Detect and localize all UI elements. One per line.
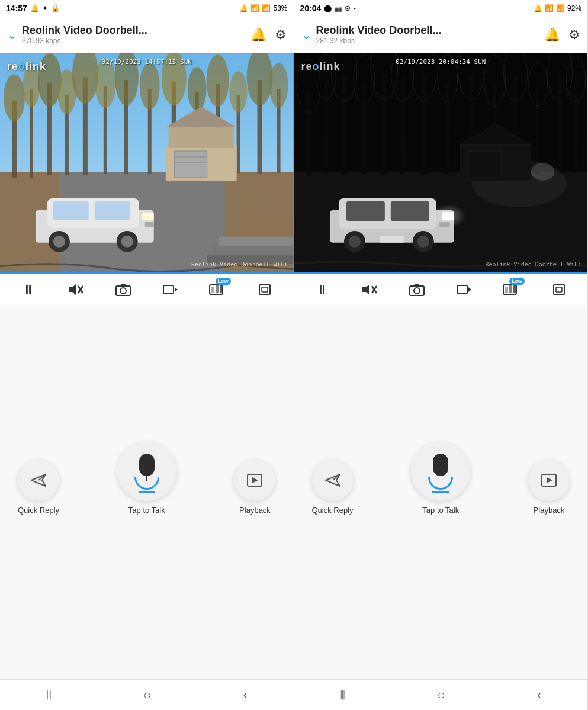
svg-rect-113 (439, 222, 449, 227)
tap-to-talk-label-right: Tap to Talk (422, 506, 459, 515)
nav-home-left[interactable]: ○ (143, 687, 151, 703)
svg-rect-129 (556, 287, 562, 292)
dot-right: • (354, 5, 356, 12)
svg-rect-75 (381, 71, 386, 174)
svg-rect-121 (415, 284, 419, 287)
action-row-right: Quick Reply Tap to Talk (294, 442, 588, 515)
svg-marker-51 (69, 284, 76, 295)
quick-reply-button-right[interactable] (312, 460, 354, 501)
playback-icon-left (246, 472, 263, 489)
tap-to-talk-button-left[interactable] (117, 442, 176, 501)
fullscreen-button-right[interactable] (546, 277, 572, 303)
app-header-right: ⌄ Reolink Video Doorbell... 281.32 kbps … (294, 17, 588, 53)
tap-to-talk-item-right: Tap to Talk (411, 442, 470, 515)
nav-recent-right[interactable]: ⦀ (340, 687, 345, 703)
nav-home-right[interactable]: ○ (437, 687, 445, 703)
settings-icon-right[interactable]: ⚙ (568, 27, 580, 43)
svg-rect-71 (306, 89, 310, 175)
svg-point-27 (230, 71, 248, 113)
controls-bar-right: ⏸ Low (294, 272, 588, 306)
pause-button-left[interactable]: ⏸ (15, 277, 41, 303)
svg-rect-62 (220, 284, 223, 293)
nav-back-left[interactable]: ‹ (243, 687, 248, 703)
quick-reply-item-left: Quick Reply (18, 460, 59, 515)
svg-point-23 (188, 67, 207, 111)
record-button-left[interactable] (158, 277, 184, 303)
cam-timestamp-left: 02/19/2023 14:57:13 SUN (102, 58, 192, 66)
svg-rect-63 (259, 285, 270, 294)
app-header-left: ⌄ Reolink Video Doorbell... 370.93 kbps … (0, 17, 294, 53)
svg-rect-72 (323, 80, 327, 174)
svg-point-115 (531, 163, 554, 181)
playback-button-left[interactable] (234, 460, 275, 501)
playback-item-right: Playback (528, 460, 570, 515)
alarm-icon-left: 🔔 (239, 4, 248, 12)
quality-button-left[interactable]: Low (205, 277, 231, 303)
cam-logo-right: reolink (301, 60, 340, 73)
compass-icon-left: ✦ (42, 4, 48, 12)
bitrate-right: 281.32 kbps (316, 37, 540, 45)
svg-rect-47 (145, 222, 154, 227)
bell-icon-right[interactable]: 🔔 (544, 27, 560, 43)
settings-icon-left[interactable]: ⚙ (275, 27, 287, 43)
mic-icon-right (428, 454, 453, 490)
send-icon-left (30, 472, 47, 489)
cam-watermark-right: Reolink Video Doorbell WiFi (485, 261, 581, 268)
quick-reply-item-right: Quick Reply (312, 460, 354, 515)
nav-recent-left[interactable]: ⦀ (46, 687, 52, 703)
svg-rect-77 (421, 76, 426, 174)
quick-reply-button-left[interactable] (18, 460, 59, 501)
svg-rect-74 (362, 83, 366, 174)
quality-button-right[interactable]: Low (499, 277, 525, 303)
signal-icon-right: 📶 (556, 4, 565, 12)
tap-to-talk-button-right[interactable] (411, 442, 470, 501)
record-button-right[interactable] (451, 277, 477, 303)
svg-rect-46 (142, 213, 154, 220)
back-chevron-right[interactable]: ⌄ (301, 28, 311, 42)
svg-point-5 (4, 74, 25, 121)
back-chevron-left[interactable]: ⌄ (7, 28, 17, 42)
time-right: 20:04 (300, 4, 322, 13)
svg-rect-105 (346, 201, 384, 221)
mute-button-right[interactable] (356, 277, 383, 303)
cam-watermark-left: Reolink Video Doorbell WiFi (191, 261, 288, 268)
svg-rect-106 (390, 201, 429, 221)
cam-logo-left: reolink (7, 60, 46, 73)
svg-marker-133 (547, 477, 552, 483)
bitrate-left: 370.93 kbps (22, 37, 246, 45)
cam-timestamp-right: 02/19/2023 20:04:34 SUN (396, 58, 486, 66)
bell-icon-left[interactable]: 🔔 (250, 27, 266, 43)
status-bar-right: 20:04 ⬤ 📷 ⦿ • 🔔 📶 📶 92% (294, 0, 588, 17)
photo-button-left[interactable] (110, 277, 136, 303)
svg-rect-83 (557, 76, 562, 174)
svg-rect-56 (121, 284, 126, 287)
nav-back-right[interactable]: ‹ (537, 687, 541, 703)
photo-button-right[interactable] (404, 277, 430, 303)
mic-icon-left (134, 454, 159, 490)
svg-rect-122 (457, 285, 467, 294)
svg-rect-82 (535, 88, 539, 174)
svg-point-45 (121, 236, 133, 248)
app-title-left: Reolink Video Doorbell... (22, 24, 246, 37)
svg-point-112 (417, 236, 429, 248)
wifi-icon-right: 📶 (545, 4, 554, 12)
playback-icon-right (541, 472, 557, 489)
svg-point-43 (53, 236, 65, 248)
left-panel: 14:57 🔔 ✦ 🔒 🔔 📶 📶 53% ⌄ Reolink Video Do… (0, 0, 294, 710)
controls-bar-left: ⏸ Low (0, 272, 294, 306)
wifi-icon-left: 📶 (250, 4, 259, 12)
svg-rect-102 (468, 151, 501, 178)
playback-button-right[interactable] (528, 460, 570, 501)
svg-rect-127 (513, 284, 516, 293)
playback-label-left: Playback (239, 506, 271, 515)
fullscreen-button-left[interactable] (252, 277, 278, 303)
mute-button-left[interactable] (63, 277, 89, 303)
svg-point-19 (140, 62, 160, 110)
pause-button-right[interactable]: ⏸ (309, 277, 335, 303)
battery-left: 53% (273, 4, 287, 12)
svg-rect-41 (95, 201, 130, 220)
svg-rect-64 (262, 287, 268, 292)
right-panel: 20:04 ⬤ 📷 ⦿ • 🔔 📶 📶 92% ⌄ Reolink Video … (294, 0, 589, 710)
svg-rect-126 (509, 285, 512, 293)
quality-badge-left: Low (216, 278, 231, 285)
